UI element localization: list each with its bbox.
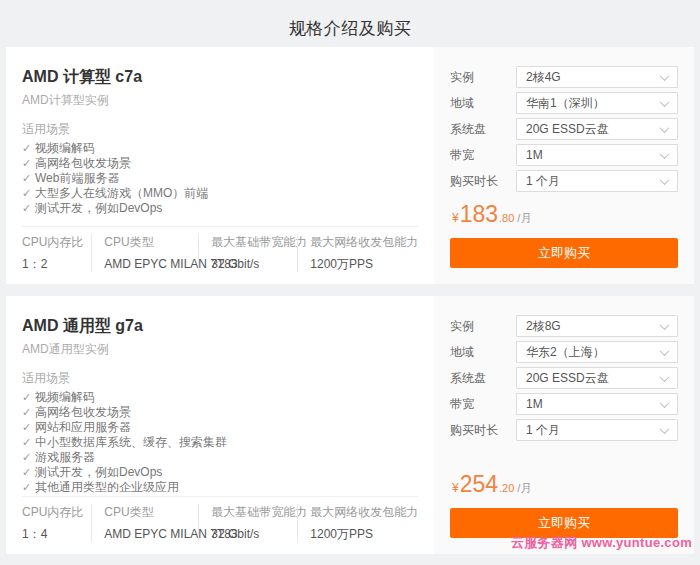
select-value: 2核8G (526, 318, 561, 335)
chevron-down-icon (660, 97, 670, 107)
form-label: 实例 (450, 318, 516, 335)
system-disk-select[interactable]: 20G ESSD云盘 (516, 367, 678, 389)
form-row-region: 地域 华东2（上海） (450, 342, 678, 362)
check-icon: ✓ (22, 141, 35, 156)
select-value: 华东2（上海） (526, 344, 605, 361)
check-icon: ✓ (22, 465, 35, 480)
select-value: 20G ESSD云盘 (526, 370, 609, 387)
select-value: 1M (526, 148, 543, 162)
check-icon: ✓ (22, 156, 35, 171)
product-subtitle: AMD通用型实例 (22, 342, 418, 356)
select-value: 华南1（深圳） (526, 95, 605, 112)
select-value: 1 个月 (526, 173, 560, 190)
page-title: 规格介绍及购买 (0, 0, 700, 47)
chevron-down-icon (660, 320, 670, 330)
price-currency: ¥ (452, 211, 459, 225)
check-icon: ✓ (22, 405, 35, 420)
scenario-text: 测试开发，例如DevOps (35, 465, 162, 480)
region-select[interactable]: 华南1（深圳） (516, 92, 678, 114)
spec-value: 1：4 (22, 526, 83, 542)
scenario-item: ✓ 其他通用类型的企业级应用 (22, 480, 418, 495)
price-and-buy: ¥ 183 .80 /月 立即购买 (450, 202, 678, 268)
scenario-item: ✓ 游戏服务器 (22, 450, 418, 465)
purchase-panel: 实例 2核4G 地域 华南1（深圳） 系统盘 20G ESSD云盘 带宽 1M (434, 47, 694, 284)
chevron-down-icon (660, 424, 670, 434)
system-disk-select[interactable]: 20G ESSD云盘 (516, 118, 678, 140)
scenario-text: 测试开发，例如DevOps (35, 201, 162, 216)
product-card-c7a: AMD 计算型 c7a AMD计算型实例 适用场景 ✓ 视频编解码 ✓ 高网络包… (6, 47, 694, 284)
spec-column-cpu-ratio: CPU内存比 1：2 (22, 234, 91, 272)
form-label: 系统盘 (450, 121, 516, 138)
chevron-down-icon (660, 149, 670, 159)
buy-now-button[interactable]: 立即购买 (450, 238, 678, 268)
form-label: 带宽 (450, 396, 516, 413)
spec-column-bandwidth: 最大基础带宽能力 32 Gbit/s (198, 504, 297, 542)
scenario-text: 高网络包收发场景 (35, 156, 131, 171)
chevron-down-icon (660, 71, 670, 81)
form-row-duration: 购买时长 1 个月 (450, 171, 678, 191)
select-value: 1 个月 (526, 422, 560, 439)
spec-label: 最大基础带宽能力 (211, 234, 289, 250)
region-select[interactable]: 华东2（上海） (516, 341, 678, 363)
product-subtitle: AMD计算型实例 (22, 93, 418, 107)
scenario-item: ✓ 视频编解码 (22, 141, 418, 156)
scenario-text: 中小型数据库系统、缓存、搜索集群 (35, 435, 227, 450)
spec-label: 最大网络收发包能力 (310, 234, 418, 250)
bandwidth-select[interactable]: 1M (516, 144, 678, 166)
spec-value: 32 Gbit/s (211, 256, 289, 272)
spec-label: CPU类型 (104, 234, 190, 250)
check-icon: ✓ (22, 450, 35, 465)
price-and-buy: ¥ 254 .20 /月 立即购买 (450, 472, 678, 538)
form-label: 购买时长 (450, 422, 516, 439)
spec-label: CPU类型 (104, 504, 190, 520)
form-label: 系统盘 (450, 370, 516, 387)
scenario-item: ✓ Web前端服务器 (22, 171, 418, 186)
form-label: 带宽 (450, 147, 516, 164)
scenario-item: ✓ 测试开发，例如DevOps (22, 465, 418, 480)
scenario-item: ✓ 高网络包收发场景 (22, 156, 418, 171)
product-info: AMD 通用型 g7a AMD通用型实例 适用场景 ✓ 视频编解码 ✓ 高网络包… (6, 296, 434, 554)
duration-select[interactable]: 1 个月 (516, 170, 678, 192)
chevron-down-icon (660, 398, 670, 408)
bandwidth-select[interactable]: 1M (516, 393, 678, 415)
scenario-list: ✓ 视频编解码 ✓ 高网络包收发场景 ✓ 网站和应用服务器 ✓ 中小型数据库系统… (22, 390, 418, 495)
form-label: 地域 (450, 95, 516, 112)
spec-value: 32 Gbit/s (211, 526, 289, 542)
form-row-region: 地域 华南1（深圳） (450, 93, 678, 113)
spec-column-pps: 最大网络收发包能力 1200万PPS (297, 234, 426, 272)
chevron-down-icon (660, 372, 670, 382)
check-icon: ✓ (22, 480, 35, 495)
spec-value: 1200万PPS (310, 256, 418, 272)
spec-value: 1200万PPS (310, 526, 418, 542)
instance-select[interactable]: 2核8G (516, 315, 678, 337)
price-unit: /月 (517, 481, 531, 496)
duration-select[interactable]: 1 个月 (516, 419, 678, 441)
check-icon: ✓ (22, 390, 35, 405)
spec-label: CPU内存比 (22, 234, 83, 250)
spec-label: 最大网络收发包能力 (310, 504, 418, 520)
scenario-item: ✓ 测试开发，例如DevOps (22, 201, 418, 216)
form-row-instance: 实例 2核8G (450, 316, 678, 336)
spec-value: AMD EPYC MILAN 7T83 (104, 526, 190, 542)
select-value: 2核4G (526, 69, 561, 86)
select-value: 1M (526, 397, 543, 411)
scenario-text: 视频编解码 (35, 390, 95, 405)
spec-column-cpu-ratio: CPU内存比 1：4 (22, 504, 91, 542)
product-card-g7a: AMD 通用型 g7a AMD通用型实例 适用场景 ✓ 视频编解码 ✓ 高网络包… (6, 296, 694, 554)
price: ¥ 254 .20 /月 (450, 472, 678, 496)
scenario-item: ✓ 中小型数据库系统、缓存、搜索集群 (22, 435, 418, 450)
form-label: 实例 (450, 69, 516, 86)
spec-column-cpu-type: CPU类型 AMD EPYC MILAN 7T83 (91, 504, 198, 542)
instance-select[interactable]: 2核4G (516, 66, 678, 88)
spec-column-bandwidth: 最大基础带宽能力 32 Gbit/s (198, 234, 297, 272)
form-label: 购买时长 (450, 173, 516, 190)
form-row-duration: 购买时长 1 个月 (450, 420, 678, 440)
check-icon: ✓ (22, 420, 35, 435)
scenario-text: 网站和应用服务器 (35, 420, 131, 435)
spec-value: AMD EPYC MILAN 7T83 (104, 256, 190, 272)
scenario-text: 其他通用类型的企业级应用 (35, 480, 179, 495)
price-unit: /月 (517, 211, 531, 226)
spec-label: 最大基础带宽能力 (211, 504, 289, 520)
purchase-panel: 实例 2核8G 地域 华东2（上海） 系统盘 20G ESSD云盘 带宽 1M (434, 296, 694, 554)
form-row-bandwidth: 带宽 1M (450, 394, 678, 414)
